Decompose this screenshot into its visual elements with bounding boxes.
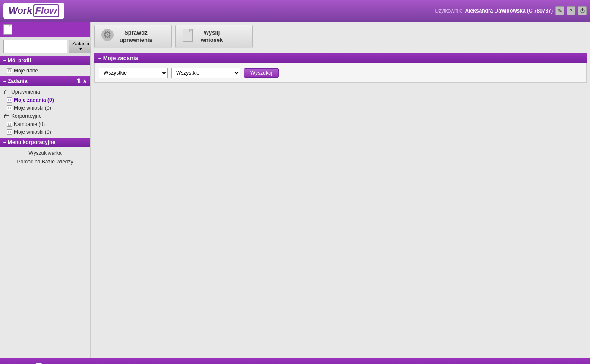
collapse-icon[interactable]: ∧ bbox=[83, 78, 87, 84]
kampanie-label: Kampanie (0) bbox=[14, 121, 45, 127]
moje-dane-label: Moje dane bbox=[14, 68, 38, 74]
sidebar-item-pomoc[interactable]: Pomoc na Bazie Wiedzy bbox=[0, 157, 90, 166]
moje-zadania-panel-label: – Moje zadania bbox=[98, 55, 138, 61]
moje-wnioski-1-label: Moje wnioski (0) bbox=[14, 105, 51, 111]
power-icon-btn[interactable]: ⏻ bbox=[578, 6, 587, 15]
kampanie-expand-icon: □ bbox=[7, 122, 12, 127]
sidebar-item-kampanie[interactable]: □ Kampanie (0) bbox=[0, 120, 90, 128]
sidebar-item-moje-dane[interactable]: □ Moje dane bbox=[0, 67, 90, 75]
wyslij-text: Wyślijwniosek bbox=[201, 29, 223, 44]
logo-flow: Flow bbox=[33, 4, 59, 17]
zadania-button[interactable]: Zadania ▾ bbox=[69, 40, 92, 53]
moje-zadania-panel-body: Wszystkie Wszystkie Wyszukaj bbox=[94, 63, 587, 83]
moje-wnioski-2-label: Moje wnioski (0) bbox=[14, 129, 51, 135]
filter-select-1[interactable]: Wszystkie bbox=[99, 68, 168, 78]
doc-shape-icon bbox=[183, 29, 193, 42]
moj-profil-label: – Mój profil bbox=[3, 57, 31, 63]
zadania-section-icons: ⇅ ∧ bbox=[77, 78, 87, 84]
filter-select-2[interactable]: Wszystkie bbox=[171, 68, 240, 78]
zadania-section-label: – Zadania bbox=[3, 78, 27, 84]
new-doc-icon[interactable] bbox=[3, 24, 12, 35]
sidebar-item-moje-wnioski-1[interactable]: □ Moje wnioski (0) bbox=[0, 104, 90, 112]
zadania-content: 🗀 Uprawnienia □ Moje zadania (0) □ Moje … bbox=[0, 86, 90, 138]
sidebar-item-moje-zadania[interactable]: □ Moje zadania (0) bbox=[0, 96, 90, 104]
sprawdz-icon bbox=[101, 29, 115, 44]
sidebar-item-moje-wnioski-2[interactable]: □ Moje wnioski (0) bbox=[0, 128, 90, 136]
wyszukaj-button[interactable]: Wyszukaj bbox=[244, 68, 279, 78]
korporacyjne-group: 🗀 Korporacyjne bbox=[0, 112, 90, 120]
main-layout: Zadania ▾ – Mój profil □ Moje dane – Zad… bbox=[0, 22, 590, 358]
moj-profil-header[interactable]: – Mój profil bbox=[0, 56, 90, 65]
sidebar-search-row: Zadania ▾ bbox=[0, 37, 90, 56]
content-area: Sprawdźuprawnienia Wyślijwniosek – Moje … bbox=[91, 22, 590, 358]
sidebar: Zadania ▾ – Mój profil □ Moje dane – Zad… bbox=[0, 22, 91, 358]
menu-korporacyjne-header[interactable]: – Menu korporacyjne bbox=[0, 138, 90, 147]
sidebar-item-wyszukiwarka[interactable]: Wyszukiwarka bbox=[0, 149, 90, 157]
moje-zadania-panel-header: – Moje zadania bbox=[94, 53, 587, 63]
logo-work: Work bbox=[9, 5, 32, 16]
uprawnienia-label: Uprawnienia bbox=[11, 89, 40, 95]
sidebar-top bbox=[0, 22, 90, 37]
korporacyjne-folder-icon: 🗀 bbox=[3, 113, 9, 119]
moje-wnioski-2-expand-icon: □ bbox=[7, 129, 12, 135]
reorder-icon[interactable]: ⇅ bbox=[77, 78, 81, 84]
gear-shape-icon bbox=[101, 29, 114, 41]
moje-zadania-label: Moje zadania (0) bbox=[14, 97, 54, 103]
uprawnienia-group: 🗀 Uprawnienia bbox=[0, 88, 90, 96]
wyslij-icon bbox=[183, 29, 196, 44]
zadania-section-header[interactable]: – Zadania ⇅ ∧ bbox=[0, 76, 90, 86]
moj-profil-content: □ Moje dane bbox=[0, 65, 90, 76]
user-area: Użytkownik: Aleksandra Dawidowska (C.780… bbox=[435, 6, 587, 15]
sprawdz-uprawnienia-button[interactable]: Sprawdźuprawnienia bbox=[94, 25, 172, 48]
help-icon-btn[interactable]: ? bbox=[567, 6, 575, 15]
moje-dane-expand-icon: □ bbox=[7, 68, 12, 73]
logo-area: WorkFlow bbox=[3, 3, 64, 19]
moje-wnioski-1-expand-icon: □ bbox=[7, 105, 12, 110]
moje-zadania-expand-icon: □ bbox=[7, 97, 12, 103]
filter-row: Wszystkie Wszystkie Wyszukaj bbox=[99, 68, 582, 78]
user-label: Użytkownik: bbox=[435, 8, 463, 14]
korporacyjne-label: Korporacyjne bbox=[11, 113, 42, 119]
header: WorkFlow Użytkownik: Aleksandra Dawidows… bbox=[0, 0, 590, 22]
wyslij-wniosek-button[interactable]: Wyślijwniosek bbox=[175, 25, 253, 48]
user-name: Aleksandra Dawidowska (C.780737) bbox=[465, 8, 553, 14]
uprawnienia-folder-icon: 🗀 bbox=[3, 88, 9, 95]
menu-korporacyjne-label: – Menu korporacyjne bbox=[3, 139, 55, 145]
horus-brand: Horus bbox=[45, 362, 63, 364]
menu-korporacyjne-content: Wyszukiwarka Pomoc na Bazie Wiedzy bbox=[0, 147, 90, 168]
edit-icon-btn[interactable]: ✎ bbox=[555, 6, 564, 15]
footer: Created by Horus bbox=[0, 358, 590, 364]
sprawdz-text: Sprawdźuprawnienia bbox=[120, 29, 152, 44]
horus-logo: Horus bbox=[34, 362, 63, 364]
search-input[interactable] bbox=[3, 40, 67, 53]
moje-zadania-panel: – Moje zadania Wszystkie Wszystkie Wyszu… bbox=[94, 53, 587, 83]
toolbar: Sprawdźuprawnienia Wyślijwniosek bbox=[94, 25, 587, 48]
